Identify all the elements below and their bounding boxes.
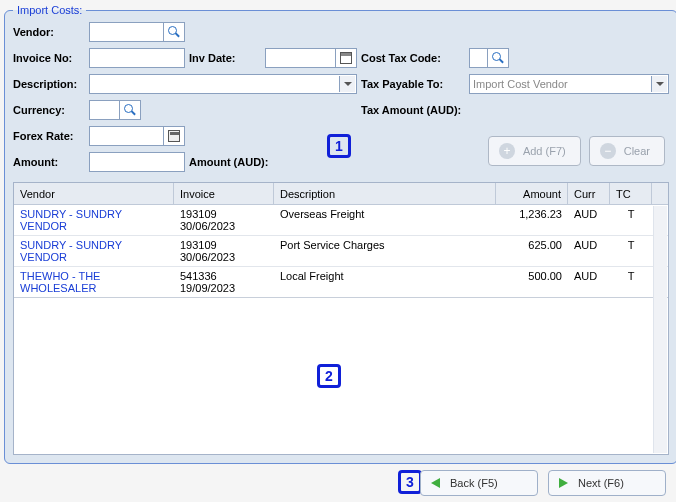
invoice-no-input[interactable] [89, 48, 185, 68]
description-label: Description: [13, 78, 85, 90]
cell-vendor[interactable]: SUNDRY - SUNDRY VENDOR [14, 208, 174, 232]
col-tc[interactable]: TC [610, 183, 652, 204]
col-amount[interactable]: Amount [496, 183, 568, 204]
currency-label: Currency: [13, 104, 85, 116]
add-button-label: Add (F7) [523, 145, 566, 157]
plus-icon: + [499, 143, 515, 159]
cell-description: Local Freight [274, 270, 496, 294]
cell-vendor[interactable]: SUNDRY - SUNDRY VENDOR [14, 239, 174, 263]
callout-2: 2 [317, 364, 341, 388]
col-invoice[interactable]: Invoice [174, 183, 274, 204]
tax-payable-to-combo[interactable]: Import Cost Vendor [469, 74, 669, 94]
currency-input[interactable] [89, 100, 119, 120]
calendar-icon [340, 52, 352, 64]
add-button[interactable]: + Add (F7) [488, 136, 581, 166]
cell-amount: 500.00 [496, 270, 568, 294]
tax-amount-aud-label: Tax Amount (AUD): [361, 104, 465, 116]
cell-curr: AUD [568, 270, 610, 294]
back-button[interactable]: Back (F5) [420, 470, 538, 496]
search-icon [492, 52, 504, 64]
cell-tc: T [610, 208, 652, 232]
arrow-right-icon [559, 478, 568, 488]
inv-date-label: Inv Date: [189, 52, 261, 64]
cell-amount: 625.00 [496, 239, 568, 263]
cell-description: Overseas Freight [274, 208, 496, 232]
description-combo[interactable] [89, 74, 357, 94]
cost-tax-code-input[interactable] [469, 48, 487, 68]
callout-3: 3 [398, 470, 422, 494]
arrow-left-icon [431, 478, 440, 488]
cell-invoice: 19310930/06/2023 [174, 208, 274, 232]
col-description[interactable]: Description [274, 183, 496, 204]
scrollbar[interactable] [653, 206, 667, 453]
chevron-down-icon [651, 76, 667, 92]
cell-curr: AUD [568, 208, 610, 232]
forex-rate-label: Forex Rate: [13, 130, 85, 142]
cell-invoice: 19310930/06/2023 [174, 239, 274, 263]
table-row[interactable]: SUNDRY - SUNDRY VENDOR19310930/06/2023Ov… [14, 205, 668, 236]
cell-vendor[interactable]: THEWHO - THE WHOLESALER [14, 270, 174, 294]
cell-tc: T [610, 239, 652, 263]
search-icon [124, 104, 136, 116]
col-curr[interactable]: Curr [568, 183, 610, 204]
vendor-label: Vendor: [13, 26, 85, 38]
forex-rate-input[interactable] [89, 126, 163, 146]
back-button-label: Back (F5) [450, 477, 498, 489]
vendor-lookup-button[interactable] [163, 22, 185, 42]
callout-1: 1 [327, 134, 351, 158]
table-row[interactable]: THEWHO - THE WHOLESALER54133619/09/2023L… [14, 267, 668, 298]
cost-table: Vendor Invoice Description Amount Curr T… [13, 182, 669, 455]
next-button[interactable]: Next (F6) [548, 470, 666, 496]
cell-amount: 1,236.23 [496, 208, 568, 232]
cell-curr: AUD [568, 239, 610, 263]
amount-label: Amount: [13, 156, 85, 168]
cell-description: Port Service Charges [274, 239, 496, 263]
search-icon [168, 26, 180, 38]
import-costs-fieldset: Import Costs: Vendor: Invoice No: Inv Da… [4, 4, 676, 464]
cost-tax-code-lookup-button[interactable] [487, 48, 509, 68]
action-buttons: + Add (F7) − Clear [488, 136, 665, 166]
table-row[interactable]: SUNDRY - SUNDRY VENDOR19310930/06/2023Po… [14, 236, 668, 267]
inv-date-input[interactable] [265, 48, 335, 68]
clear-button[interactable]: − Clear [589, 136, 665, 166]
forex-calc-button[interactable] [163, 126, 185, 146]
invoice-no-label: Invoice No: [13, 52, 85, 64]
cost-tax-code-label: Cost Tax Code: [361, 52, 465, 64]
table-body: SUNDRY - SUNDRY VENDOR19310930/06/2023Ov… [14, 205, 668, 298]
inv-date-picker-button[interactable] [335, 48, 357, 68]
col-vendor[interactable]: Vendor [14, 183, 174, 204]
clear-button-label: Clear [624, 145, 650, 157]
fieldset-legend: Import Costs: [13, 4, 86, 16]
cell-invoice: 54133619/09/2023 [174, 270, 274, 294]
footer-buttons: Back (F5) Next (F6) [420, 470, 666, 496]
amount-input[interactable] [89, 152, 185, 172]
next-button-label: Next (F6) [578, 477, 624, 489]
vendor-input[interactable] [89, 22, 163, 42]
table-header: Vendor Invoice Description Amount Curr T… [14, 183, 668, 205]
tax-payable-to-label: Tax Payable To: [361, 78, 465, 90]
currency-lookup-button[interactable] [119, 100, 141, 120]
chevron-down-icon [339, 76, 355, 92]
minus-icon: − [600, 143, 616, 159]
calculator-icon [168, 130, 180, 142]
cell-tc: T [610, 270, 652, 294]
